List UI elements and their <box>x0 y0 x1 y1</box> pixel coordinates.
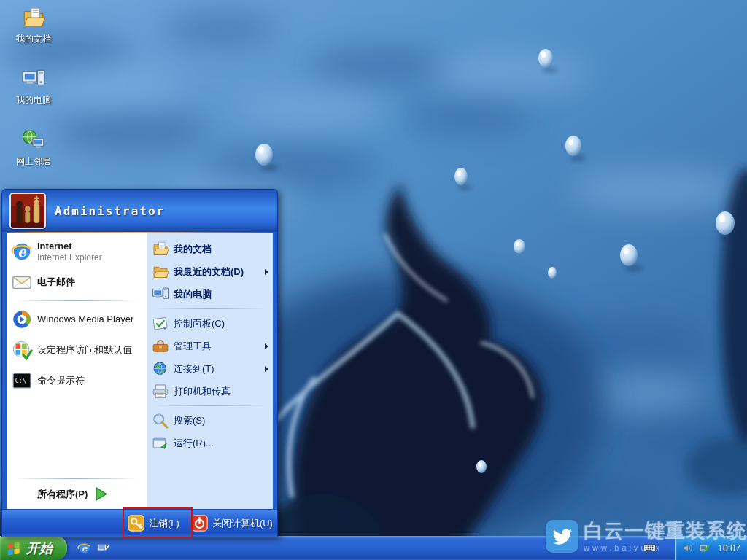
menu-item-sublabel: Internet Explorer <box>37 252 102 262</box>
start-menu-left-column: eInternetInternet Explorer电子邮件Windows Me… <box>7 233 147 509</box>
control-panel-icon <box>152 315 169 332</box>
internet-explorer-icon: e <box>11 241 33 262</box>
my-computer-icon <box>21 67 46 92</box>
recent-documents-icon <box>152 263 169 281</box>
all-programs-button[interactable]: 所有程序(P) <box>8 482 145 508</box>
desktop-icon-label: 我的文档 <box>16 33 51 45</box>
menu-item-label: 电子邮件 <box>37 276 75 288</box>
menu-item-program-access[interactable]: 设定程序访问和默认值 <box>8 335 145 365</box>
menu-item-recent-documents[interactable]: 我最近的文档(D) <box>149 260 271 283</box>
start-menu-right-column: 我的文档我最近的文档(D)我的电脑控制面板(C)管理工具连接到(T)打印机和传真… <box>147 233 273 509</box>
network-places-icon <box>21 128 46 153</box>
admin-tools-icon <box>152 338 169 355</box>
menu-separator <box>14 300 139 301</box>
desktop-icon-list: 我的文档我的电脑网上邻居 <box>6 6 61 168</box>
menu-item-label: 命令提示符 <box>37 375 85 386</box>
email-icon <box>11 271 33 293</box>
shutdown-label: 关闭计算机(U) <box>212 517 273 530</box>
menu-item-label: 打印机和传真 <box>174 386 231 397</box>
quick-launch: e <box>77 541 110 555</box>
logoff-label: 注销(L) <box>149 517 179 530</box>
search-icon <box>152 412 169 429</box>
start-menu: Administrator eInternetInternet Explorer… <box>1 189 278 537</box>
taskbar-clock[interactable]: 10:07 <box>718 543 740 553</box>
menu-item-label: 管理工具 <box>174 341 212 352</box>
taskbar: 开始 e 10:07 <box>0 536 747 560</box>
menu-item-label: 我最近的文档(D) <box>174 266 244 278</box>
printers-faxes-icon <box>152 383 169 400</box>
menu-item-connect-to[interactable]: 连接到(T) <box>149 357 271 380</box>
menu-item-my-documents[interactable]: 我的文档 <box>149 238 271 260</box>
menu-item-printers-faxes[interactable]: 打印机和传真 <box>149 380 271 402</box>
menu-item-my-computer[interactable]: 我的电脑 <box>149 283 271 306</box>
all-programs-arrow-icon <box>95 487 107 501</box>
desktop-icon-my-computer[interactable]: 我的电脑 <box>6 67 61 106</box>
menu-item-label: 我的电脑 <box>174 289 212 300</box>
menu-separator <box>155 405 266 406</box>
show-desktop-icon[interactable] <box>96 541 110 555</box>
language-keyboard-icon[interactable] <box>643 543 656 553</box>
menu-item-wmp[interactable]: Windows Media Player <box>8 304 145 335</box>
my-computer-icon <box>152 286 169 303</box>
system-tray: 10:07 <box>675 536 747 560</box>
menu-separator <box>155 308 266 309</box>
menu-item-admin-tools[interactable]: 管理工具 <box>149 335 271 357</box>
shutdown-button[interactable]: 关闭计算机(U) <box>191 515 273 532</box>
start-menu-body: eInternetInternet Explorer电子邮件Windows Me… <box>7 233 273 509</box>
menu-item-internet[interactable]: eInternetInternet Explorer <box>8 236 145 267</box>
start-menu-header: Administrator <box>2 190 277 232</box>
volume-icon[interactable] <box>682 542 694 554</box>
desktop-icon-network-places[interactable]: 网上邻居 <box>6 128 61 168</box>
submenu-arrow-icon <box>265 269 268 275</box>
menu-item-email[interactable]: 电子邮件 <box>8 267 145 298</box>
menu-item-label: 运行(R)... <box>174 438 214 449</box>
menu-item-label: Windows Media Player <box>37 314 133 325</box>
logoff-key-icon <box>128 515 144 532</box>
submenu-arrow-icon <box>265 343 268 349</box>
connect-to-icon <box>152 360 169 378</box>
program-access-icon <box>11 339 33 361</box>
start-button-label: 开始 <box>26 540 53 557</box>
desktop-icon-label: 网上邻居 <box>16 155 51 168</box>
windows-flag-icon <box>7 541 21 556</box>
windows-xp-desktop: 我的文档我的电脑网上邻居 Administrator eInternetInte… <box>0 0 747 560</box>
menu-item-control-panel[interactable]: 控制面板(C) <box>149 312 271 335</box>
logoff-button[interactable]: 注销(L) <box>128 515 179 532</box>
tray-device-icon[interactable] <box>698 542 711 554</box>
menu-item-cmd[interactable]: C:\_命令提示符 <box>8 365 145 396</box>
user-avatar <box>9 192 46 229</box>
start-button[interactable]: 开始 <box>0 536 67 560</box>
internet-explorer-quicklaunch-icon[interactable]: e <box>77 541 91 555</box>
my-documents-icon <box>21 6 46 31</box>
menu-item-label: 连接到(T) <box>174 363 214 375</box>
cmd-icon: C:\_ <box>11 370 33 392</box>
submenu-arrow-icon <box>265 366 268 372</box>
desktop-icon-my-documents[interactable]: 我的文档 <box>6 6 61 45</box>
start-menu-footer: 注销(L) 关闭计算机(U) <box>2 509 277 537</box>
menu-item-label: 控制面板(C) <box>174 318 225 330</box>
user-name: Administrator <box>55 204 165 218</box>
desktop-icon-label: 我的电脑 <box>16 94 51 106</box>
menu-item-run[interactable]: 运行(R)... <box>149 432 271 454</box>
menu-item-label: 搜索(S) <box>174 415 205 427</box>
menu-item-label: 我的文档 <box>174 244 212 255</box>
run-icon <box>152 435 169 452</box>
menu-item-label: Internet <box>37 241 102 252</box>
menu-separator <box>14 478 139 479</box>
menu-item-label: 设定程序访问和默认值 <box>37 344 132 356</box>
my-documents-icon <box>152 241 169 258</box>
svg-text:C:\_: C:\_ <box>15 377 31 384</box>
all-programs-label: 所有程序(P) <box>37 488 88 501</box>
wmp-icon <box>11 308 33 330</box>
menu-item-search[interactable]: 搜索(S) <box>149 409 271 432</box>
shutdown-power-icon <box>191 515 208 532</box>
